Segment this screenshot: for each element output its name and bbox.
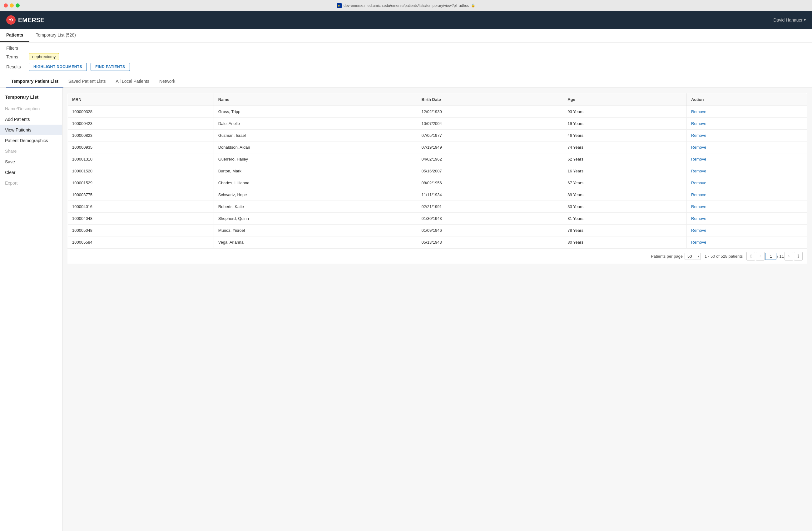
cell-action: Remove xyxy=(687,106,807,118)
cell-name: Vega, Arianna xyxy=(214,236,417,248)
remove-link[interactable]: Remove xyxy=(691,204,706,209)
prev-page-button[interactable]: ‹ xyxy=(756,252,765,260)
results-label: Results xyxy=(6,64,25,69)
cell-mrn: 100005048 xyxy=(68,225,214,236)
sidebar-item-clear[interactable]: Clear xyxy=(0,167,62,178)
col-birth-date: Birth Date xyxy=(417,94,563,106)
current-page-input[interactable] xyxy=(765,253,777,260)
tab-patients[interactable]: Patients xyxy=(0,29,29,42)
cell-mrn: 100001529 xyxy=(68,177,214,189)
maximize-button[interactable] xyxy=(16,3,20,8)
table-row: 100001520 Burton, Mark 05/16/2007 16 Yea… xyxy=(68,165,807,177)
table-body: 100000328 Gross, Tripp 12/02/1930 93 Yea… xyxy=(68,106,807,248)
cell-birth-date: 07/05/1977 xyxy=(417,130,563,142)
col-mrn: MRN xyxy=(68,94,214,106)
cell-birth-date: 10/07/2004 xyxy=(417,118,563,130)
table-row: 100005048 Munoz, Yisroel 01/09/1946 78 Y… xyxy=(68,225,807,236)
find-patients-button[interactable]: FIND PATIENTS xyxy=(90,63,130,71)
cell-action: Remove xyxy=(687,165,807,177)
cell-action: Remove xyxy=(687,153,807,165)
col-age: Age xyxy=(563,94,687,106)
term-tag[interactable]: nephrectomy xyxy=(29,53,59,60)
per-page-select-wrap[interactable]: 50 25 100 xyxy=(685,253,701,260)
tab-network[interactable]: Network xyxy=(154,74,180,88)
sidebar-item-save[interactable]: Save xyxy=(0,157,62,167)
last-page-button[interactable]: ⟫ xyxy=(794,252,803,260)
cell-mrn: 100000935 xyxy=(68,142,214,153)
cell-name: Dale, Arielle xyxy=(214,118,417,130)
cell-action: Remove xyxy=(687,130,807,142)
page-tabs: Temporary Patient List Saved Patient Lis… xyxy=(0,74,812,88)
first-page-button[interactable]: ⟪ xyxy=(746,252,755,260)
cell-birth-date: 05/13/1943 xyxy=(417,236,563,248)
highlight-documents-button[interactable]: HIGHLIGHT DOCUMENTS xyxy=(29,63,87,71)
sidebar-item-add-patients[interactable]: Add Patients xyxy=(0,114,62,125)
cell-action: Remove xyxy=(687,213,807,225)
cell-name: Munoz, Yisroel xyxy=(214,225,417,236)
cell-name: Donaldson, Aidan xyxy=(214,142,417,153)
lock-icon: 🔒 xyxy=(471,3,475,8)
remove-link[interactable]: Remove xyxy=(691,216,706,221)
tab-temp-list[interactable]: Temporary List (528) xyxy=(29,29,82,42)
table-row: 100004016 Roberts, Katie 02/21/1991 33 Y… xyxy=(68,201,807,213)
cell-mrn: 100000328 xyxy=(68,106,214,118)
terms-label: Terms xyxy=(6,54,25,59)
next-page-button[interactable]: › xyxy=(784,252,793,260)
remove-link[interactable]: Remove xyxy=(691,192,706,197)
per-page-label: Patients per page xyxy=(651,254,683,259)
cell-age: 81 Years xyxy=(563,213,687,225)
tab-all-local-patients[interactable]: All Local Patients xyxy=(111,74,154,88)
tab-temporary-patient-list[interactable]: Temporary Patient List xyxy=(6,74,63,88)
cell-birth-date: 05/16/2007 xyxy=(417,165,563,177)
cell-mrn: 100000423 xyxy=(68,118,214,130)
remove-link[interactable]: Remove xyxy=(691,169,706,173)
cell-name: Shepherd, Quinn xyxy=(214,213,417,225)
remove-link[interactable]: Remove xyxy=(691,145,706,149)
tab-saved-patient-lists[interactable]: Saved Patient Lists xyxy=(63,74,111,88)
remove-link[interactable]: Remove xyxy=(691,121,706,126)
cell-age: 74 Years xyxy=(563,142,687,153)
patient-table: MRN Name Birth Date Age Action 100000328… xyxy=(68,93,807,248)
michigan-logo: M xyxy=(337,3,342,8)
sidebar: Temporary List Name/Description Add Pati… xyxy=(0,88,62,531)
cell-action: Remove xyxy=(687,201,807,213)
cell-age: 62 Years xyxy=(563,153,687,165)
table-row: 100004048 Shepherd, Quinn 01/30/1943 81 … xyxy=(68,213,807,225)
cell-mrn: 100003775 xyxy=(68,189,214,201)
pagination-bar: Patients per page 50 25 100 1 - 50 of 52… xyxy=(68,248,807,264)
cell-name: Burton, Mark xyxy=(214,165,417,177)
cell-mrn: 100001520 xyxy=(68,165,214,177)
remove-link[interactable]: Remove xyxy=(691,228,706,233)
cell-age: 67 Years xyxy=(563,177,687,189)
per-page-dropdown[interactable]: 50 25 100 xyxy=(685,253,701,260)
remove-link[interactable]: Remove xyxy=(691,157,706,161)
main-content: Temporary List Name/Description Add Pati… xyxy=(0,88,812,531)
remove-link[interactable]: Remove xyxy=(691,133,706,138)
col-action: Action xyxy=(687,94,807,106)
cell-age: 33 Years xyxy=(563,201,687,213)
page-range-info: 1 - 50 of 528 patients xyxy=(705,254,743,259)
sidebar-title: Temporary List xyxy=(0,94,62,103)
cell-birth-date: 11/11/1934 xyxy=(417,189,563,201)
cell-action: Remove xyxy=(687,189,807,201)
sidebar-item-view-patients[interactable]: View Patients xyxy=(0,125,62,135)
cell-age: 89 Years xyxy=(563,189,687,201)
col-name: Name xyxy=(214,94,417,106)
sidebar-item-patient-demographics[interactable]: Patient Demographics xyxy=(0,135,62,146)
cell-action: Remove xyxy=(687,118,807,130)
remove-link[interactable]: Remove xyxy=(691,109,706,114)
table-row: 100001529 Charles, Lillianna 08/02/1956 … xyxy=(68,177,807,189)
logo-icon: ⟲ xyxy=(6,15,16,25)
remove-link[interactable]: Remove xyxy=(691,240,706,245)
close-button[interactable] xyxy=(4,3,8,8)
sidebar-item-export: Export xyxy=(0,178,62,188)
table-row: 100000328 Gross, Tripp 12/02/1930 93 Yea… xyxy=(68,106,807,118)
user-menu[interactable]: David Hanauer xyxy=(773,17,806,23)
remove-link[interactable]: Remove xyxy=(691,181,706,185)
table-row: 100000423 Dale, Arielle 10/07/2004 19 Ye… xyxy=(68,118,807,130)
url-bar: M dev-emerse.med.umich.edu/emerse/patien… xyxy=(337,3,475,8)
cell-mrn: 100004016 xyxy=(68,201,214,213)
table-area: MRN Name Birth Date Age Action 100000328… xyxy=(62,88,812,531)
titlebar: M dev-emerse.med.umich.edu/emerse/patien… xyxy=(0,0,812,11)
minimize-button[interactable] xyxy=(10,3,14,8)
